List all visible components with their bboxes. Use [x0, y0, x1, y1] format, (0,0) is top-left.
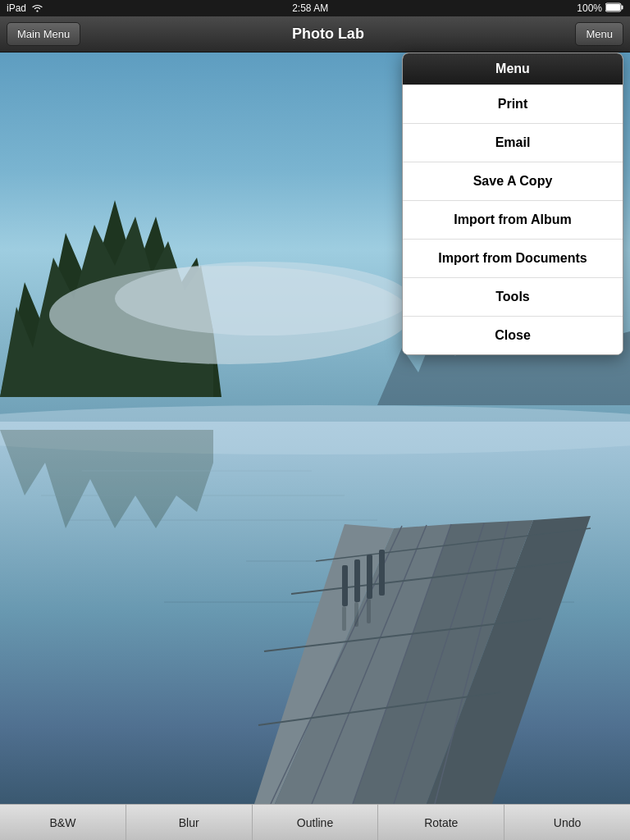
- menu-item-tools[interactable]: Tools: [403, 277, 623, 316]
- svg-rect-32: [354, 559, 360, 602]
- popup-menu: Menu Print Email Save A Copy Import from…: [402, 52, 623, 355]
- toolbar-undo-button[interactable]: Undo: [504, 805, 630, 840]
- battery-label: 100%: [577, 2, 602, 14]
- bottom-toolbar: B&W Blur Outline Rotate Undo: [0, 804, 630, 840]
- status-right: 100%: [577, 2, 623, 15]
- menu-item-close[interactable]: Close: [403, 316, 623, 354]
- svg-rect-3: [606, 4, 620, 11]
- battery-icon: [605, 2, 623, 15]
- wifi-icon: [31, 2, 43, 15]
- svg-rect-2: [621, 5, 623, 9]
- svg-rect-37: [367, 599, 371, 623]
- svg-rect-34: [379, 550, 385, 596]
- svg-rect-31: [342, 565, 348, 606]
- menu-button[interactable]: Menu: [575, 22, 623, 46]
- toolbar-blur-button[interactable]: Blur: [126, 805, 253, 840]
- svg-point-10: [115, 262, 410, 336]
- menu-item-import-from-documents[interactable]: Import from Documents: [403, 239, 623, 277]
- toolbar-rotate-button[interactable]: Rotate: [378, 805, 504, 840]
- status-left: iPad: [7, 2, 43, 15]
- menu-header: Menu: [403, 53, 623, 84]
- menu-item-save-a-copy[interactable]: Save A Copy: [403, 162, 623, 200]
- device-label: iPad: [7, 2, 26, 14]
- nav-bar: Main Menu Photo Lab Menu: [0, 16, 630, 52]
- time-display: 2:58 AM: [292, 2, 328, 14]
- svg-point-0: [37, 10, 39, 11]
- page-title: Photo Lab: [292, 25, 364, 43]
- toolbar-bw-button[interactable]: B&W: [0, 805, 126, 840]
- svg-rect-36: [354, 602, 358, 627]
- menu-item-email[interactable]: Email: [403, 123, 623, 162]
- svg-rect-33: [367, 555, 372, 599]
- status-bar: iPad 2:58 AM 100%: [0, 0, 630, 16]
- menu-item-import-from-album[interactable]: Import from Album: [403, 200, 623, 239]
- menu-item-print[interactable]: Print: [403, 84, 623, 123]
- svg-rect-35: [342, 606, 346, 631]
- toolbar-outline-button[interactable]: Outline: [253, 805, 379, 840]
- main-menu-button[interactable]: Main Menu: [7, 22, 80, 46]
